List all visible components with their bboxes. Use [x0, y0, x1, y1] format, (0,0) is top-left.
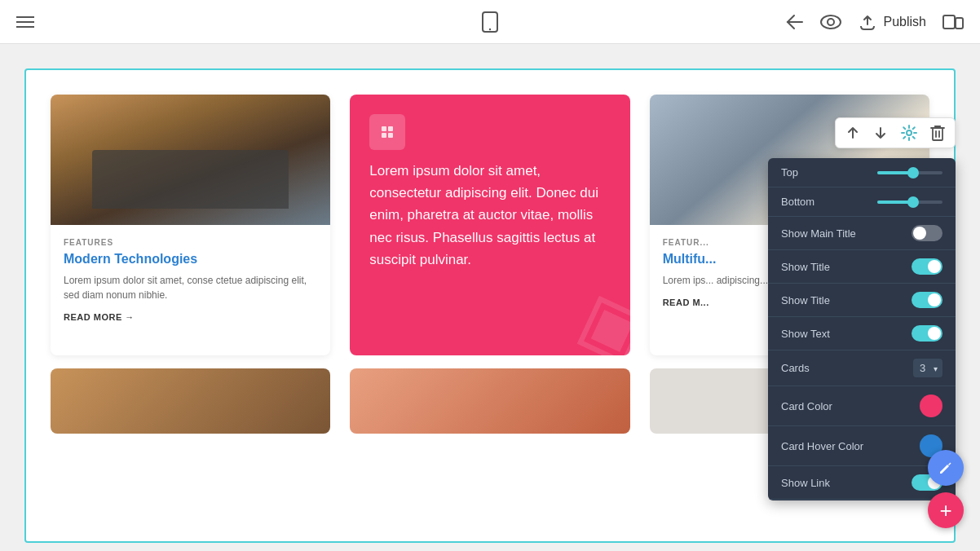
mobile-preview-icon[interactable]: [481, 11, 499, 33]
setting-show-text: Show Text: [768, 317, 956, 350]
component-controls: [835, 117, 956, 148]
back-icon[interactable]: [786, 14, 804, 30]
show-main-title-label: Show Main Title: [781, 227, 912, 240]
svg-point-10: [907, 130, 912, 135]
show-text-toggle[interactable]: [912, 325, 942, 342]
show-link-label: Show Link: [781, 477, 912, 489]
settings-icon[interactable]: [901, 125, 917, 141]
card-1-image: [51, 95, 330, 225]
card-1: FEATURES Modern Technologies Lorem ipsum…: [51, 95, 330, 355]
svg-point-1: [489, 28, 491, 29]
card-color-swatch[interactable]: [920, 395, 942, 417]
svg-point-2: [821, 15, 841, 29]
card-1-link[interactable]: READ MORE →: [64, 312, 317, 322]
card-1-category: FEATURES: [64, 238, 317, 247]
setting-show-title-2: Show Title: [768, 284, 956, 317]
card-featured-watermark: ◈: [557, 264, 630, 355]
card-1-title: Modern Technologies: [64, 252, 317, 267]
svg-rect-6: [382, 126, 386, 131]
show-title-1-label: Show Title: [781, 261, 912, 273]
card-featured-text: Lorem ipsum dolor sit amet, consectetur …: [369, 160, 610, 271]
cards-label: Cards: [781, 362, 913, 374]
cards-select[interactable]: 3 2 4: [913, 359, 942, 377]
fab-add-label: +: [939, 498, 951, 523]
move-up-icon[interactable]: [845, 126, 860, 140]
svg-rect-8: [382, 133, 386, 138]
toolbar-center: [481, 11, 499, 33]
setting-bottom: Bottom: [768, 187, 956, 217]
setting-show-main-title: Show Main Title: [768, 217, 956, 250]
svg-rect-7: [388, 126, 393, 131]
settings-panel: Top Bottom: [768, 158, 956, 500]
setting-show-title-1: Show Title: [768, 250, 956, 284]
card-color-label: Card Color: [781, 400, 920, 412]
svg-rect-5: [956, 18, 963, 29]
card-1-text: Lorem ipsum dolor sit amet, conse ctetue…: [64, 273, 317, 302]
toolbar: Publish: [0, 0, 980, 44]
resize-icon[interactable]: [942, 13, 964, 31]
bottom-card-2: [350, 368, 629, 434]
publish-button[interactable]: Publish: [858, 13, 926, 31]
show-text-label: Show Text: [781, 328, 912, 340]
settings-scroll[interactable]: Top Bottom: [768, 158, 956, 500]
show-title-1-toggle[interactable]: [912, 258, 942, 275]
show-main-title-toggle[interactable]: [912, 225, 942, 241]
move-down-icon[interactable]: [873, 126, 888, 140]
fab-edit-button[interactable]: [928, 450, 964, 486]
cards-select-wrap: 3 2 4: [913, 359, 942, 377]
publish-label: Publish: [884, 15, 926, 29]
main-area: FEATURES Modern Technologies Lorem ipsum…: [0, 44, 980, 551]
card-featured: Lorem ipsum dolor sit amet, consectetur …: [350, 95, 629, 355]
menu-icon[interactable]: [16, 16, 34, 28]
show-title-2-label: Show Title: [781, 294, 912, 306]
bottom-card-1: [51, 368, 330, 434]
toolbar-right: Publish: [786, 13, 964, 31]
svg-point-3: [828, 19, 834, 25]
card-1-body: FEATURES Modern Technologies Lorem ipsum…: [51, 225, 330, 335]
setting-card-color: Card Color: [768, 386, 956, 426]
svg-rect-4: [943, 15, 955, 29]
svg-rect-9: [388, 133, 393, 138]
delete-icon[interactable]: [930, 125, 945, 141]
fab-add-button[interactable]: +: [928, 492, 964, 528]
bottom-slider[interactable]: [862, 201, 942, 204]
setting-cards: Cards 3 2 4: [768, 350, 956, 386]
toolbar-left: [16, 16, 34, 28]
top-slider[interactable]: [862, 171, 942, 174]
top-label: Top: [781, 166, 862, 179]
card-hover-color-label: Card Hover Color: [781, 440, 920, 452]
setting-background-image: Background Image: [768, 500, 956, 500]
bottom-label: Bottom: [781, 196, 862, 208]
preview-icon[interactable]: [820, 15, 841, 29]
card-featured-icon: [369, 114, 405, 150]
setting-top: Top: [768, 158, 956, 187]
setting-card-hover-color: Card Hover Color: [768, 426, 956, 466]
show-title-2-toggle[interactable]: [912, 292, 942, 308]
